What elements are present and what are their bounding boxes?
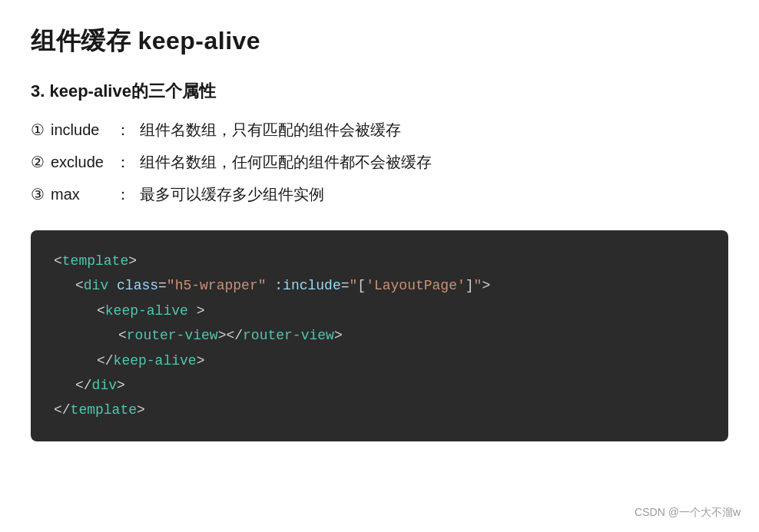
property-list: ① include ： 组件名数组，只有匹配的组件会被缓存 ② exclude … [31, 118, 728, 206]
page-title: 组件缓存 keep-alive [31, 25, 728, 58]
code-line-1: <template> [54, 249, 705, 273]
code-line-3: <keep-alive > [54, 299, 705, 323]
property-colon-3: ： [115, 183, 131, 206]
code-line-6: </div> [54, 373, 705, 398]
tag-template-1: template [62, 253, 128, 269]
property-item-exclude: ② exclude ： 组件名数组，任何匹配的组件都不会被缓存 [31, 150, 728, 173]
code-line-7: </template> [54, 398, 705, 422]
property-colon-1: ： [115, 118, 131, 141]
section-title: 3. keep-alive的三个属性 [31, 80, 728, 103]
property-number-1: ① [31, 118, 48, 141]
tag-bracket-open-1: < [54, 253, 62, 269]
code-line-4: <router-view></router-view> [54, 323, 705, 348]
property-number-3: ③ [31, 183, 48, 206]
watermark: CSDN @一个大不溜w [635, 506, 741, 520]
code-line-2: <div class="h5-wrapper" :include="['Layo… [54, 273, 705, 298]
property-desc-exclude: 组件名数组，任何匹配的组件都不会被缓存 [140, 150, 432, 173]
property-name-max: max [51, 183, 112, 206]
property-desc-include: 组件名数组，只有匹配的组件会被缓存 [140, 118, 401, 141]
property-item-include: ① include ： 组件名数组，只有匹配的组件会被缓存 [31, 118, 728, 141]
property-name-exclude: exclude [51, 150, 112, 173]
property-name-include: include [51, 118, 112, 141]
property-item-max: ③ max ： 最多可以缓存多少组件实例 [31, 183, 728, 206]
code-line-5: </keep-alive> [54, 349, 705, 373]
property-colon-2: ： [115, 150, 131, 173]
property-desc-max: 最多可以缓存多少组件实例 [140, 183, 324, 206]
code-block: <template> <div class="h5-wrapper" :incl… [31, 230, 728, 441]
tag-bracket-close-1: > [128, 253, 137, 269]
page-container: 组件缓存 keep-alive 3. keep-alive的三个属性 ① inc… [0, 0, 759, 532]
property-number-2: ② [31, 150, 48, 173]
